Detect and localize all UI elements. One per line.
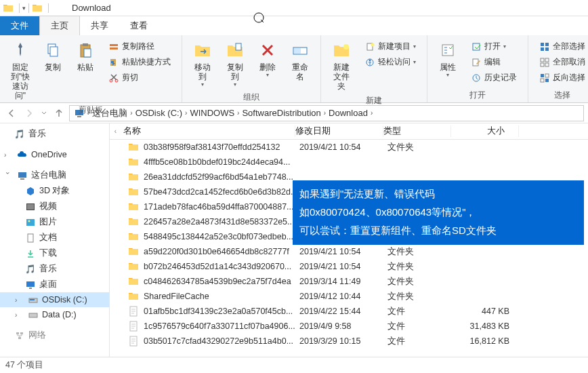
file-type: 文件夹	[387, 261, 455, 273]
new-folder-button[interactable]: 新建 文件夹	[327, 37, 356, 94]
open-button[interactable]: 打开 ▾	[468, 39, 520, 54]
cut-button[interactable]: 剪切	[106, 71, 173, 85]
sidebar-item-onedrive[interactable]: › OneDrive	[0, 147, 109, 162]
sidebar-item-desktop[interactable]: 桌面	[0, 277, 109, 292]
sidebar-item-network[interactable]: 网络	[0, 328, 109, 343]
tab-view[interactable]: 查看	[119, 16, 159, 35]
table-row[interactable]: 03b38f958f9af38143f70effdd2541322019/4/2…	[119, 140, 588, 155]
select-all-button[interactable]: 全部选择	[537, 39, 588, 54]
properties-button[interactable]: 属性 ▾	[433, 37, 463, 88]
col-type-header[interactable]: 类型	[383, 125, 451, 137]
chevron-right-icon[interactable]: ›	[371, 109, 373, 117]
copy-button[interactable]: 复制	[38, 37, 68, 103]
table-row[interactable]: SharedFileCache2019/4/12 10:44文件夹	[119, 289, 588, 304]
sidebar-item-pictures[interactable]: 图片	[0, 214, 109, 230]
sidebar-item-label: 这台电脑	[31, 170, 66, 181]
svg-rect-29	[545, 63, 549, 66]
pin-icon	[9, 39, 31, 61]
copy-path-label: 复制路径	[122, 41, 154, 52]
sidebar-item-music[interactable]: 🎵 音乐	[0, 126, 109, 142]
table-row[interactable]: 01afb5bc1df34139c23e2a0a570f45cb...2019/…	[119, 304, 588, 319]
edit-label: 编辑	[484, 56, 501, 68]
delete-button[interactable]: 删除 ▾	[253, 37, 282, 90]
svg-point-41	[28, 220, 30, 222]
history-button[interactable]: 历史记录	[468, 71, 520, 85]
sidebar-item-osdisk[interactable]: › OSDisk (C:)	[0, 292, 109, 307]
sidebar-item-thispc[interactable]: › 这台电脑	[0, 168, 109, 183]
folder-icon	[127, 275, 140, 288]
svg-rect-48	[16, 332, 19, 334]
col-name-header[interactable]: 名称	[119, 125, 295, 137]
sidebar-item-label: OSDisk (C:)	[42, 295, 87, 305]
svg-rect-27	[545, 58, 549, 62]
copy-path-button[interactable]: 复制路径	[106, 39, 173, 54]
paste-button[interactable]: 粘贴	[70, 37, 100, 103]
chevron-down-icon: ▾	[234, 81, 236, 87]
rename-button[interactable]: 重命名	[285, 37, 315, 90]
select-none-button[interactable]: 全部取消	[537, 55, 588, 69]
delete-icon	[257, 39, 278, 61]
folder-icon	[127, 201, 140, 213]
crumb-download[interactable]: Download	[326, 108, 371, 118]
crumb-softwaredistribution[interactable]: SoftwareDistribution	[239, 108, 323, 118]
move-to-button[interactable]: 移动到 ▾	[188, 37, 217, 90]
new-group-label: 新建	[327, 94, 421, 108]
chevron-down-icon[interactable]: ›	[4, 172, 12, 179]
sidebar-item-label: 视频	[39, 201, 57, 212]
sidebar-item-documents[interactable]: 文档	[0, 230, 109, 246]
tab-share[interactable]: 共享	[80, 16, 119, 35]
sidebar-item-3dobjects[interactable]: 3D 对象	[0, 183, 109, 199]
chevron-down-icon: ▾	[446, 72, 449, 78]
sidebar-item-label: 3D 对象	[39, 185, 70, 197]
chevron-right-icon[interactable]: ›	[15, 296, 22, 304]
file-name: 03b38f958f9af38143f70effdd254132	[144, 142, 280, 152]
sidebar-item-label: 图片	[39, 216, 57, 228]
tab-file[interactable]: 文件	[0, 16, 39, 35]
properties-icon	[437, 39, 459, 61]
sidebar-item-downloads[interactable]: 下载	[0, 246, 109, 261]
open-group-label: 打开	[433, 88, 522, 102]
file-list[interactable]: 03b38f958f9af38143f70effdd2541322019/4/2…	[110, 140, 588, 357]
table-row[interactable]: 1c9576579c640f7a330711cf07ba4906...2019/…	[119, 319, 588, 334]
sidebar-item-label: 音乐	[39, 263, 57, 275]
copy-icon	[42, 39, 64, 61]
svg-rect-3	[83, 43, 88, 46]
table-row[interactable]: 03b5017c7cfad43290272e9b511a4b0...2019/3…	[119, 334, 588, 349]
music-icon: 🎵	[24, 264, 37, 275]
table-row[interactable]: a59d220f0d301b0e646654db8c82777f2019/4/2…	[119, 244, 588, 259]
sidebar-item-data[interactable]: › Data (D:)	[0, 307, 109, 322]
table-row[interactable]: b072b246453d52d1a14c343d920670...2019/4/…	[119, 259, 588, 274]
edit-button[interactable]: 编辑	[468, 55, 520, 69]
selectnone-icon	[539, 57, 550, 68]
easy-access-button[interactable]: 轻松访问 ▾	[362, 55, 419, 69]
folder-icon	[32, 3, 43, 14]
new-item-button[interactable]: 新建项目 ▾	[362, 39, 419, 54]
col-size-header[interactable]: 大小	[451, 125, 519, 137]
table-row[interactable]: c048462634785a4539b9ec2a75f7d4ea2019/3/1…	[119, 274, 588, 289]
svg-rect-22	[541, 43, 544, 46]
ribbon-group-organize: 移动到 ▾ 复制到 ▾ 删除 ▾ 重命名 组织	[182, 35, 321, 102]
svg-rect-24	[541, 47, 544, 51]
file-size: 447 KB	[455, 307, 523, 316]
chevron-right-icon[interactable]: ›	[15, 311, 22, 319]
copy-to-button[interactable]: 复制到 ▾	[220, 37, 250, 90]
paste-shortcut-button[interactable]: 粘贴快捷方式	[106, 55, 173, 69]
sidebar-item-music2[interactable]: 🎵 音乐	[0, 261, 109, 277]
chevron-down-icon: ▾	[266, 72, 269, 78]
invert-selection-button[interactable]: 反向选择	[537, 71, 588, 85]
svg-rect-37	[20, 178, 24, 180]
sidebar-item-videos[interactable]: 视频	[0, 199, 109, 214]
crumb-windows[interactable]: WINDOWS	[187, 108, 237, 118]
tb-qat-dropdown[interactable]: ▾	[22, 5, 26, 12]
tab-home[interactable]: 主页	[39, 16, 80, 35]
pin-quick-access-button[interactable]: 固定到"快 速访问"	[5, 37, 35, 103]
delete-label: 删除	[259, 62, 276, 72]
svg-rect-5	[110, 44, 118, 46]
table-row[interactable]: 4fffb5ce08b1b0bdef019bc24d4eca94...	[119, 155, 588, 170]
chevron-right-icon[interactable]: ›	[4, 151, 11, 159]
svg-point-17	[369, 59, 371, 61]
file-date: 2019/4/21 10:54	[299, 247, 387, 256]
selectall-icon	[539, 41, 550, 52]
list-back-chevron[interactable]: ‹	[110, 123, 120, 138]
col-date-header[interactable]: 修改日期	[295, 125, 383, 137]
